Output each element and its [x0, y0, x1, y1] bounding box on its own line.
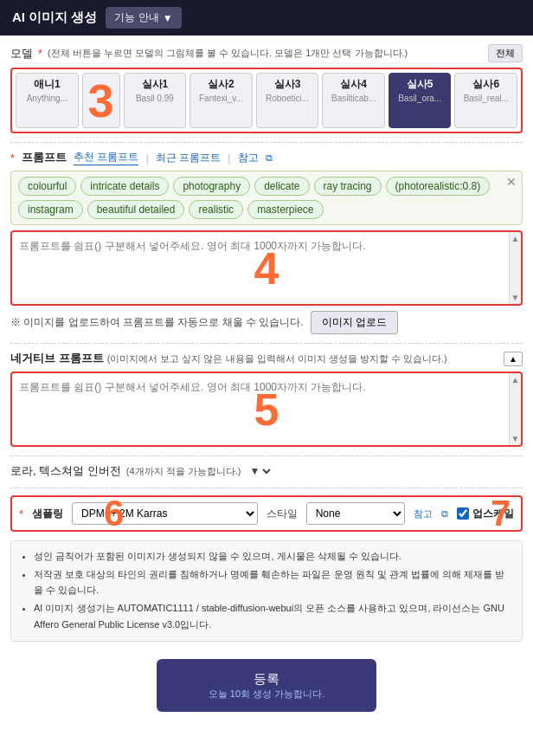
model-sub-real4: Basilticab...	[324, 94, 382, 103]
upscale-label: 업스케일	[472, 507, 514, 521]
tag-ray-tracing[interactable]: ray tracing	[314, 177, 382, 196]
tag-masterpiece[interactable]: masterpiece	[247, 200, 323, 219]
neg-textarea[interactable]	[12, 373, 521, 443]
tag-photography[interactable]: photography	[173, 177, 250, 196]
lora-section: 로라, 텍스쳐얼 인버전 (4개까지 적을 가능합니다.) ▼	[10, 463, 523, 479]
upload-row: ※ 이미지를 업로드하여 프롬프트를 자동으로 채울 수 있습니다. 이미지 업…	[10, 311, 523, 334]
scroll-down-arrow[interactable]: ▼	[510, 291, 522, 304]
divider-1	[10, 142, 523, 143]
neg-header: 네거티브 프롬프트 (이미지에서 보고 싶지 않은 내용을 입력해서 이미지 생…	[10, 351, 523, 366]
model-card-count3[interactable]: 3	[82, 73, 120, 128]
model-sub-real2: Fantexi_v...	[192, 94, 250, 103]
model-name-real3: 실사3	[259, 77, 317, 92]
tag-realistic[interactable]: realistic	[189, 200, 243, 219]
model-card-real2[interactable]: 실사2Fantexi_v...	[189, 73, 253, 128]
neg-collapse-button[interactable]: ▲	[504, 352, 523, 366]
step3-badge: 3	[88, 77, 114, 124]
upload-note: ※ 이미지를 업로드하여 프롬프트를 자동으로 채울 수 있습니다.	[10, 315, 304, 330]
sampling-ext-icon: ⧉	[441, 508, 448, 520]
sampling-ref-link[interactable]: 참고	[414, 507, 433, 520]
model-label-text: 모델	[10, 46, 33, 61]
model-card-real5[interactable]: 실사5Basil_ora...	[389, 73, 452, 128]
upscale-group: 업스케일	[457, 507, 514, 521]
tag--photorealistic-0-8-[interactable]: (photorealistic:0.8)	[386, 177, 491, 196]
negative-prompt-section: 네거티브 프롬프트 (이미지에서 보고 싶지 않은 내용을 입력해서 이미지 생…	[10, 351, 523, 447]
lora-label: 로라, 텍스쳐얼 인버전	[10, 463, 121, 479]
notice-list: 성인 금칙어가 포함된 이미지가 생성되지 않을 수 있으며, 게시물은 삭제될…	[22, 548, 511, 632]
notice-item-0: 성인 금칙어가 포함된 이미지가 생성되지 않을 수 있으며, 게시물은 삭제될…	[34, 548, 511, 565]
neg-note: (이미지에서 보고 싶지 않은 내용을 입력해서 이미지 생성을 방지할 수 있…	[107, 352, 447, 365]
submit-button[interactable]: 등록 오늘 10회 생성 가능합니다.	[157, 659, 376, 711]
prompt-required: *	[10, 152, 15, 165]
textarea-scrollbar: ▲ ▼	[509, 232, 521, 304]
neg-scroll-up[interactable]: ▲	[510, 373, 522, 386]
model-required: *	[38, 47, 42, 60]
divider-3	[10, 456, 523, 456]
model-card-real3[interactable]: 실사3Roboetici...	[256, 73, 319, 128]
submit-section: 등록 오늘 10회 생성 가능합니다.	[10, 650, 523, 725]
prompt-label: 프롬프트	[22, 150, 67, 165]
notice-item-2: AI 이미지 생성기는 AUTOMATIC1111 / stable-diffu…	[34, 600, 511, 632]
scroll-up-arrow[interactable]: ▲	[510, 232, 522, 245]
model-sub-real1: Basil 0.99	[126, 94, 184, 103]
tags-close-button[interactable]: ✕	[506, 175, 517, 189]
recent-prompt-link[interactable]: 최근 프롬프트	[156, 151, 221, 165]
prompt-textarea-wrapper: 4 ▲ ▼	[10, 230, 523, 306]
lora-header: 로라, 텍스쳐얼 인버전 (4개까지 적을 가능합니다.) ▼	[10, 463, 523, 479]
model-name-real2: 실사2	[192, 77, 250, 92]
model-all-button[interactable]: 전체	[488, 44, 523, 62]
tag-intricate-details[interactable]: intricate details	[80, 177, 169, 196]
model-sub-real6: Basil_real...	[457, 94, 515, 103]
prompt-textarea[interactable]	[12, 232, 521, 301]
notice-item-1: 저작권 보호 대상의 타인의 권리를 침해하거나 명예를 훼손하는 파일은 운영…	[34, 566, 511, 598]
model-name-real5: 실사5	[391, 77, 449, 92]
lora-note: (4개까지 적을 가능합니다.)	[126, 465, 241, 478]
model-card-real6[interactable]: 실사6Basil_real...	[454, 73, 517, 128]
header: AI 이미지 생성 기능 안내 ▼	[0, 0, 533, 36]
model-card-real1[interactable]: 실사1Basil 0.99	[124, 73, 187, 128]
sampling-section: * 샘플링 DPM++ 2M KarrasEuler aDDIMDPM++ SD…	[10, 495, 523, 532]
model-note: (전체 버튼을 누르면 모델의 그림체를 볼 수 있습니다. 모델은 1개만 선…	[48, 47, 408, 60]
style-label: 스타일	[266, 507, 298, 521]
model-row: 애니1Anything...3실사1Basil 0.99실사2Fantexi_v…	[10, 68, 523, 133]
lora-dropdown[interactable]: ▼	[246, 464, 273, 478]
model-sub-real5: Basil_ora...	[391, 94, 449, 103]
model-name-real6: 실사6	[457, 77, 515, 92]
neg-scroll-down[interactable]: ▼	[510, 432, 522, 445]
model-sub-anime1: Anything...	[18, 94, 76, 103]
prompt-section: * 프롬프트 추천 프롬프트 | 최근 프롬프트 | 참고 ⧉ colourfu…	[10, 150, 523, 334]
tag-beautiful-detailed[interactable]: beautiful detailed	[87, 200, 185, 219]
model-card-anime1[interactable]: 애니1Anything...	[16, 73, 79, 128]
upscale-checkbox[interactable]	[457, 507, 469, 520]
prompt-header: * 프롬프트 추천 프롬프트 | 최근 프롬프트 | 참고 ⧉	[10, 150, 523, 165]
sampling-label: 샘플링	[32, 507, 63, 521]
submit-label: 등록	[254, 671, 279, 686]
recommend-prompt-link[interactable]: 추천 프롬프트	[74, 150, 138, 165]
model-name-real1: 실사1	[126, 77, 184, 92]
sampling-select[interactable]: DPM++ 2M KarrasEuler aDDIMDPM++ SDE Karr…	[72, 502, 258, 525]
divider-2	[10, 343, 523, 344]
submit-sub-label: 오늘 10회 생성 가능합니다.	[209, 688, 324, 701]
main-content: 모델 * (전체 버튼을 누르면 모델의 그림체를 볼 수 있습니다. 모델은 …	[0, 36, 533, 734]
tag-colourful[interactable]: colourful	[18, 177, 76, 196]
ref-external-icon: ⧉	[266, 152, 273, 164]
sampling-required: *	[19, 507, 23, 520]
neg-label: 네거티브 프롬프트	[10, 351, 104, 366]
model-section-label: 모델 * (전체 버튼을 누르면 모델의 그림체를 볼 수 있습니다. 모델은 …	[10, 44, 523, 62]
model-name-real4: 실사4	[324, 77, 382, 92]
upload-button[interactable]: 이미지 업로드	[311, 311, 398, 334]
notice-section: 성인 금칙어가 포함된 이미지가 생성되지 않을 수 있으며, 게시물은 삭제될…	[10, 540, 523, 642]
header-title: AI 이미지 생성	[12, 10, 97, 26]
dropdown-icon: ▼	[163, 12, 173, 24]
ref-link[interactable]: 참고	[238, 151, 259, 165]
tag-delicate[interactable]: delicate	[254, 177, 309, 196]
guide-button[interactable]: 기능 안내 ▼	[106, 7, 181, 29]
tags-container: colourfulintricate detailsphotographydel…	[10, 171, 523, 225]
neg-textarea-scrollbar: ▲ ▼	[509, 373, 521, 445]
tag-instagram[interactable]: instagram	[18, 200, 83, 219]
model-name-anime1: 애니1	[18, 77, 76, 92]
style-select[interactable]: NoneAnimePhotographicDigital Art	[306, 502, 405, 525]
model-card-real4[interactable]: 실사4Basilticab...	[322, 73, 385, 128]
sampling-row: * 샘플링 DPM++ 2M KarrasEuler aDDIMDPM++ SD…	[10, 495, 523, 532]
neg-textarea-wrapper: 5 ▲ ▼	[10, 372, 523, 447]
